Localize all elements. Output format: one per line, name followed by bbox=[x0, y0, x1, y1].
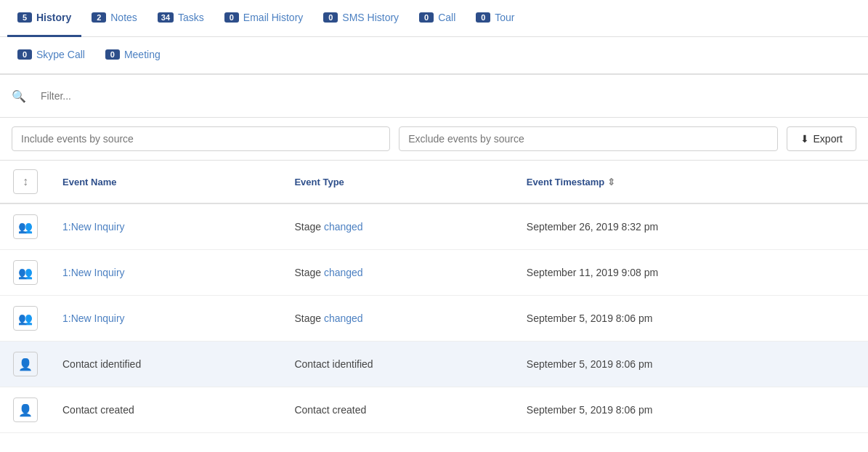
filter-bar: 🔍 bbox=[0, 75, 868, 118]
table-body: 👥1:New InquiryStage changedSeptember 26,… bbox=[0, 203, 868, 433]
row-timestamp-4: September 5, 2019 8:06 pm bbox=[515, 387, 868, 433]
col-event-type: Event Type bbox=[283, 161, 514, 203]
tab-label-skype-call: Skype Call bbox=[36, 49, 85, 60]
event-name-link-1[interactable]: 1:New Inquiry bbox=[62, 267, 125, 278]
table-header: ↕ Event Name Event Type Event Timestamp … bbox=[0, 161, 868, 203]
badge-email-history: 0 bbox=[224, 12, 239, 23]
tab-label-notes: Notes bbox=[110, 12, 137, 23]
col-icon: ↕ bbox=[0, 161, 51, 203]
row-icon-cell-1: 👥 bbox=[0, 250, 51, 296]
event-type-link-1: changed bbox=[324, 267, 363, 278]
row-icon-cell-0: 👥 bbox=[0, 203, 51, 250]
row-icon-4: 👤 bbox=[13, 397, 38, 422]
export-label: Export bbox=[814, 133, 843, 145]
tab-tasks[interactable]: 34Tasks bbox=[147, 0, 214, 37]
tab-history[interactable]: 5History bbox=[7, 0, 81, 37]
include-events-input[interactable] bbox=[12, 126, 390, 151]
badge-notes: 2 bbox=[92, 12, 106, 23]
tab-notes[interactable]: 2Notes bbox=[81, 0, 147, 37]
badge-history: 5 bbox=[17, 12, 32, 23]
row-event-name-0[interactable]: 1:New Inquiry bbox=[51, 203, 283, 250]
tab-tour[interactable]: 0Tour bbox=[466, 0, 524, 37]
filter-input[interactable] bbox=[32, 85, 856, 107]
exclude-events-input[interactable] bbox=[399, 126, 777, 151]
badge-tasks: 34 bbox=[158, 12, 174, 23]
tabs-row2: 0Skype Call0Meeting bbox=[0, 37, 868, 75]
table-row: 👤Contact createdContact createdSeptember… bbox=[0, 387, 868, 433]
table-wrap: ↕ Event Name Event Type Event Timestamp … bbox=[0, 161, 868, 433]
event-name-link-0[interactable]: 1:New Inquiry bbox=[62, 221, 125, 233]
row-icon-0: 👥 bbox=[13, 214, 38, 239]
row-timestamp-1: September 11, 2019 9:08 pm bbox=[515, 250, 868, 296]
export-icon: ⬇ bbox=[800, 133, 809, 145]
row-timestamp-2: September 5, 2019 8:06 pm bbox=[515, 296, 868, 342]
row-event-type-1: Stage changed bbox=[283, 250, 514, 296]
source-bar: ⬇ Export bbox=[0, 118, 868, 161]
tab-label-call: Call bbox=[438, 12, 455, 23]
row-event-type-0: Stage changed bbox=[283, 203, 514, 250]
tab-label-meeting: Meeting bbox=[124, 49, 161, 60]
row-event-name-1[interactable]: 1:New Inquiry bbox=[51, 250, 283, 296]
tab-label-history: History bbox=[36, 12, 71, 23]
row-event-name-4: Contact created bbox=[51, 387, 283, 433]
tab-label-sms-history: SMS History bbox=[342, 12, 399, 23]
row-icon-cell-3: 👤 bbox=[0, 342, 51, 387]
row-event-type-2: Stage changed bbox=[283, 296, 514, 342]
row-event-type-4: Contact created bbox=[283, 387, 514, 433]
row-event-name-3: Contact identified bbox=[51, 342, 283, 387]
events-table: ↕ Event Name Event Type Event Timestamp … bbox=[0, 161, 868, 433]
timestamp-sort-icon[interactable]: ⇕ bbox=[607, 177, 615, 187]
row-icon-3: 👤 bbox=[13, 352, 38, 376]
event-type-link-0: changed bbox=[324, 221, 363, 233]
tab-label-email-history: Email History bbox=[243, 12, 303, 23]
search-icon: 🔍 bbox=[12, 89, 26, 103]
badge-call: 0 bbox=[419, 12, 434, 23]
badge-tour: 0 bbox=[476, 12, 490, 23]
table-row: 👥1:New InquiryStage changedSeptember 5, … bbox=[0, 296, 868, 342]
badge-skype-call: 0 bbox=[17, 49, 32, 60]
row-icon-2: 👥 bbox=[13, 306, 38, 331]
sort-toggle[interactable]: ↕ bbox=[13, 169, 38, 194]
col-event-timestamp[interactable]: Event Timestamp ⇕ bbox=[515, 161, 868, 203]
tab-meeting[interactable]: 0Meeting bbox=[95, 37, 171, 74]
tab-call[interactable]: 0Call bbox=[409, 0, 466, 37]
row-event-type-3: Contact identified bbox=[283, 342, 514, 387]
tab-label-tasks: Tasks bbox=[178, 12, 204, 23]
tab-skype-call[interactable]: 0Skype Call bbox=[7, 37, 95, 74]
table-row: 👤Contact identifiedContact identifiedSep… bbox=[0, 342, 868, 387]
event-name-link-2[interactable]: 1:New Inquiry bbox=[62, 312, 125, 324]
tab-sms-history[interactable]: 0SMS History bbox=[313, 0, 409, 37]
badge-sms-history: 0 bbox=[323, 12, 338, 23]
row-icon-1: 👥 bbox=[13, 260, 38, 285]
tab-email-history[interactable]: 0Email History bbox=[214, 0, 313, 37]
row-timestamp-0: September 26, 2019 8:32 pm bbox=[515, 203, 868, 250]
row-event-name-2[interactable]: 1:New Inquiry bbox=[51, 296, 283, 342]
row-timestamp-3: September 5, 2019 8:06 pm bbox=[515, 342, 868, 387]
badge-meeting: 0 bbox=[105, 49, 120, 60]
tab-label-tour: Tour bbox=[495, 12, 514, 23]
table-row: 👥1:New InquiryStage changedSeptember 26,… bbox=[0, 203, 868, 250]
event-type-link-2: changed bbox=[324, 312, 363, 324]
table-row: 👥1:New InquiryStage changedSeptember 11,… bbox=[0, 250, 868, 296]
row-icon-cell-4: 👤 bbox=[0, 387, 51, 433]
col-event-name: Event Name bbox=[51, 161, 283, 203]
export-button[interactable]: ⬇ Export bbox=[787, 126, 856, 151]
row-icon-cell-2: 👥 bbox=[0, 296, 51, 342]
tabs-row1: 5History2Notes34Tasks0Email History0SMS … bbox=[0, 0, 868, 37]
